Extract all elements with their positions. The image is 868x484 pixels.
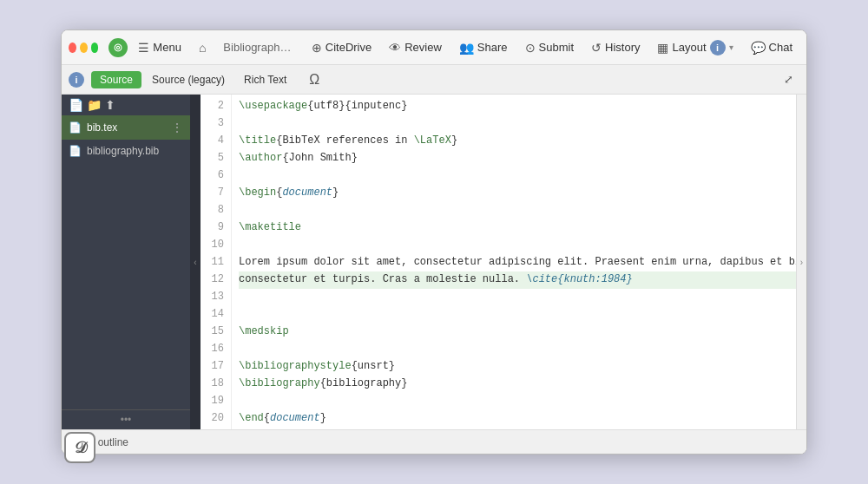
code-line: \bibliography{bibliography} xyxy=(239,376,799,393)
toolbar-row: 📄 📁 ⬆ xyxy=(62,95,190,115)
file-sidebar: 📄 📁 ⬆ 📄 bib.tex ⋮ 📄 bibliography.bib ••• xyxy=(62,95,190,429)
chat-button[interactable]: 💬 Chat xyxy=(744,30,799,64)
code-line: \usepackage{utf8}{inputenc} xyxy=(239,98,799,115)
new-folder-icon[interactable]: 📁 xyxy=(87,98,102,112)
code-editor: 2 3 4 5 6 7 8 9 10 11 12 13 14 15 16 17 xyxy=(201,95,806,429)
file-item-bibtex[interactable]: 📄 bib.tex ⋮ xyxy=(62,115,190,140)
layout-button[interactable]: ▦ Layout i ▾ xyxy=(650,30,740,64)
upload-icon[interactable]: ⬆ xyxy=(105,98,115,112)
code-line: \maketitle xyxy=(239,219,799,237)
share-label: Share xyxy=(477,41,508,54)
submit-button[interactable]: ⊙ Submit xyxy=(518,30,581,64)
code-line xyxy=(239,289,799,306)
code-line: \author{John Smith} xyxy=(239,150,799,167)
source-info-badge: i xyxy=(69,72,84,88)
history-icon: ↺ xyxy=(591,41,602,55)
tab-source[interactable]: Source xyxy=(91,71,141,88)
file-name: bibliography.bib xyxy=(87,145,183,157)
file-item-bib[interactable]: 📄 bibliography.bib xyxy=(62,140,190,162)
right-panel-toggle[interactable]: › xyxy=(796,95,806,429)
code-line xyxy=(239,237,799,254)
code-line: \begin{document} xyxy=(239,185,799,202)
code-line: \bibliographystyle{unsrt} xyxy=(239,358,799,376)
code-line xyxy=(239,341,799,358)
review-button[interactable]: 👁 Review xyxy=(382,30,449,64)
tab-rich-text[interactable]: Rich Text xyxy=(235,71,295,88)
expand-button[interactable]: ⤢ xyxy=(777,69,799,91)
code-line xyxy=(239,115,799,133)
code-line xyxy=(239,306,799,324)
chevron-left-icon: ‹ xyxy=(194,258,196,267)
submit-icon: ⊙ xyxy=(525,41,536,55)
chat-icon: 💬 xyxy=(751,41,766,55)
file-name: bib.tex xyxy=(87,121,166,134)
code-line: \end{document} xyxy=(239,410,799,428)
code-line: \title{BibTeX references in \LaTeX} xyxy=(239,133,799,150)
code-line xyxy=(239,202,799,219)
history-button[interactable]: ↺ History xyxy=(584,30,647,64)
history-label: History xyxy=(605,41,640,54)
file-icon: 📄 xyxy=(69,121,82,134)
citedrive-label: CiteDrive xyxy=(326,41,372,54)
code-line xyxy=(239,393,799,410)
line-numbers: 2 3 4 5 6 7 8 9 10 11 12 13 14 15 16 17 xyxy=(201,95,232,429)
share-button[interactable]: 👥 Share xyxy=(452,30,515,64)
tab-source-legacy[interactable]: Source (legacy) xyxy=(143,71,233,88)
layout-icon: ▦ xyxy=(657,41,668,55)
review-label: Review xyxy=(404,41,442,54)
citedrive-icon: ⊕ xyxy=(312,41,322,55)
new-file-icon[interactable]: 📄 xyxy=(69,98,83,112)
chevron-right-icon: › xyxy=(800,258,803,267)
file-icon: 📄 xyxy=(69,145,82,157)
menu-label: Menu xyxy=(153,41,181,54)
review-icon: 👁 xyxy=(389,41,401,55)
file-more-icon[interactable]: ⋮ xyxy=(171,121,183,134)
home-icon: ⌂ xyxy=(199,41,206,55)
submit-label: Submit xyxy=(539,41,574,54)
home-button[interactable]: ⌂ xyxy=(192,30,213,64)
code-content[interactable]: \usepackage{utf8}{inputenc} \title{BibTe… xyxy=(232,95,806,429)
code-line: Lorem ipsum dolor sit amet, consectetur … xyxy=(239,254,799,271)
sidebar-toggle[interactable]: ‹ xyxy=(190,95,201,429)
citedrive-button[interactable]: ⊕ CiteDrive xyxy=(305,30,378,64)
d-icon: 𝒟 xyxy=(64,432,95,463)
chat-label: Chat xyxy=(769,41,792,54)
share-icon: 👥 xyxy=(459,41,474,55)
overleaf-logo: ◎ xyxy=(108,38,128,57)
menu-icon: ☰ xyxy=(138,41,149,55)
layout-label: Layout xyxy=(672,41,706,54)
menu-button[interactable]: ☰ Menu xyxy=(131,30,188,64)
code-line: \medskip xyxy=(239,324,799,341)
expand-icon: ⤢ xyxy=(784,73,793,86)
code-line xyxy=(239,167,799,185)
info-badge: i xyxy=(710,40,726,56)
sidebar-dots-button[interactable]: ••• xyxy=(62,409,190,429)
omega-symbol[interactable]: Ω xyxy=(304,70,325,89)
chevron-down-icon: ▾ xyxy=(729,43,733,52)
window-title: Bibliography man... xyxy=(223,41,293,54)
bottom-bar: ▾ File outline xyxy=(62,429,806,454)
code-line-highlighted: consectetur et turpis. Cras a molestie n… xyxy=(239,271,799,289)
